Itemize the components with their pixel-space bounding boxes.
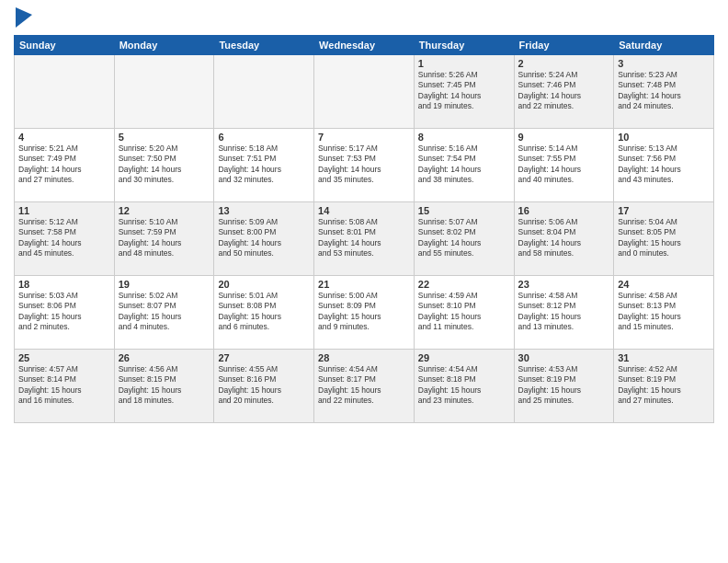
day-number: 16	[518, 205, 610, 216]
day-info: Sunrise: 4:58 AM Sunset: 8:13 PM Dayligh…	[618, 291, 710, 333]
day-info: Sunrise: 5:01 AM Sunset: 8:08 PM Dayligh…	[218, 291, 310, 333]
day-number: 26	[119, 352, 210, 363]
calendar-cell: 24Sunrise: 4:58 AM Sunset: 8:13 PM Dayli…	[614, 276, 714, 350]
calendar-cell: 10Sunrise: 5:13 AM Sunset: 7:56 PM Dayli…	[614, 129, 714, 202]
day-info: Sunrise: 4:53 AM Sunset: 8:19 PM Dayligh…	[518, 364, 610, 407]
day-number: 31	[618, 352, 710, 363]
day-number: 23	[518, 279, 610, 290]
calendar-cell: 25Sunrise: 4:57 AM Sunset: 8:14 PM Dayli…	[15, 350, 115, 423]
day-number: 5	[119, 132, 210, 143]
calendar-cell: 27Sunrise: 4:55 AM Sunset: 8:16 PM Dayli…	[214, 350, 314, 423]
day-number: 7	[318, 132, 410, 143]
calendar-cell: 20Sunrise: 5:01 AM Sunset: 8:08 PM Dayli…	[214, 276, 314, 350]
day-number: 29	[418, 352, 510, 363]
day-number: 18	[18, 279, 110, 290]
day-number: 21	[318, 279, 410, 290]
day-info: Sunrise: 5:21 AM Sunset: 7:49 PM Dayligh…	[18, 144, 110, 186]
svg-marker-0	[16, 7, 32, 28]
day-number: 9	[518, 132, 610, 143]
day-info: Sunrise: 4:57 AM Sunset: 8:14 PM Dayligh…	[18, 364, 110, 407]
day-number: 24	[618, 279, 710, 290]
calendar-cell: 23Sunrise: 4:58 AM Sunset: 8:12 PM Dayli…	[514, 276, 614, 350]
weekday-header: Tuesday	[214, 36, 314, 55]
calendar-cell: 17Sunrise: 5:04 AM Sunset: 8:05 PM Dayli…	[614, 202, 714, 276]
day-info: Sunrise: 5:12 AM Sunset: 7:58 PM Dayligh…	[18, 217, 110, 259]
calendar-week-row: 25Sunrise: 4:57 AM Sunset: 8:14 PM Dayli…	[15, 350, 714, 423]
calendar-week-row: 11Sunrise: 5:12 AM Sunset: 7:58 PM Dayli…	[15, 202, 714, 276]
calendar-cell	[214, 55, 314, 129]
day-info: Sunrise: 4:59 AM Sunset: 8:10 PM Dayligh…	[418, 291, 510, 333]
day-number: 1	[418, 58, 510, 69]
calendar-cell: 4Sunrise: 5:21 AM Sunset: 7:49 PM Daylig…	[15, 129, 115, 202]
day-info: Sunrise: 5:13 AM Sunset: 7:56 PM Dayligh…	[618, 144, 710, 186]
weekday-header: Friday	[514, 36, 614, 55]
day-info: Sunrise: 5:07 AM Sunset: 8:02 PM Dayligh…	[418, 217, 510, 259]
calendar-cell: 31Sunrise: 4:52 AM Sunset: 8:19 PM Dayli…	[614, 350, 714, 423]
day-number: 4	[18, 132, 110, 143]
day-info: Sunrise: 5:09 AM Sunset: 8:00 PM Dayligh…	[218, 217, 310, 259]
calendar-cell: 28Sunrise: 4:54 AM Sunset: 8:17 PM Dayli…	[314, 350, 415, 423]
day-number: 25	[18, 352, 110, 363]
logo-icon	[16, 7, 32, 28]
logo	[14, 9, 32, 28]
calendar-cell	[114, 55, 214, 129]
day-number: 13	[218, 205, 310, 216]
calendar-table: SundayMondayTuesdayWednesdayThursdayFrid…	[14, 35, 714, 423]
day-info: Sunrise: 5:06 AM Sunset: 8:04 PM Dayligh…	[518, 217, 610, 259]
day-number: 22	[418, 279, 510, 290]
day-info: Sunrise: 4:52 AM Sunset: 8:19 PM Dayligh…	[618, 364, 710, 407]
day-info: Sunrise: 5:08 AM Sunset: 8:01 PM Dayligh…	[318, 217, 410, 259]
day-info: Sunrise: 5:04 AM Sunset: 8:05 PM Dayligh…	[618, 217, 710, 259]
calendar-cell	[314, 55, 415, 129]
day-number: 10	[618, 132, 710, 143]
weekday-header: Monday	[114, 36, 214, 55]
day-info: Sunrise: 5:26 AM Sunset: 7:45 PM Dayligh…	[418, 70, 510, 112]
day-number: 2	[518, 58, 610, 69]
day-number: 15	[418, 205, 510, 216]
calendar-cell: 18Sunrise: 5:03 AM Sunset: 8:06 PM Dayli…	[15, 276, 115, 350]
day-info: Sunrise: 5:00 AM Sunset: 8:09 PM Dayligh…	[318, 291, 410, 333]
day-number: 19	[119, 279, 210, 290]
calendar-cell: 11Sunrise: 5:12 AM Sunset: 7:58 PM Dayli…	[15, 202, 115, 276]
calendar-cell: 1Sunrise: 5:26 AM Sunset: 7:45 PM Daylig…	[414, 55, 514, 129]
calendar-week-row: 1Sunrise: 5:26 AM Sunset: 7:45 PM Daylig…	[15, 55, 714, 129]
day-number: 6	[218, 132, 310, 143]
day-info: Sunrise: 4:58 AM Sunset: 8:12 PM Dayligh…	[518, 291, 610, 333]
day-number: 17	[618, 205, 710, 216]
day-info: Sunrise: 5:23 AM Sunset: 7:48 PM Dayligh…	[618, 70, 710, 112]
calendar-week-row: 4Sunrise: 5:21 AM Sunset: 7:49 PM Daylig…	[15, 129, 714, 202]
day-info: Sunrise: 5:02 AM Sunset: 8:07 PM Dayligh…	[119, 291, 210, 333]
weekday-header-row: SundayMondayTuesdayWednesdayThursdayFrid…	[15, 36, 714, 55]
day-number: 12	[119, 205, 210, 216]
day-info: Sunrise: 5:20 AM Sunset: 7:50 PM Dayligh…	[119, 144, 210, 186]
day-info: Sunrise: 5:14 AM Sunset: 7:55 PM Dayligh…	[518, 144, 610, 186]
calendar-cell: 19Sunrise: 5:02 AM Sunset: 8:07 PM Dayli…	[114, 276, 214, 350]
day-number: 27	[218, 352, 310, 363]
day-number: 3	[618, 58, 710, 69]
calendar-cell: 9Sunrise: 5:14 AM Sunset: 7:55 PM Daylig…	[514, 129, 614, 202]
day-number: 14	[318, 205, 410, 216]
day-info: Sunrise: 5:03 AM Sunset: 8:06 PM Dayligh…	[18, 291, 110, 333]
calendar-week-row: 18Sunrise: 5:03 AM Sunset: 8:06 PM Dayli…	[15, 276, 714, 350]
day-info: Sunrise: 5:16 AM Sunset: 7:54 PM Dayligh…	[418, 144, 510, 186]
calendar-cell: 22Sunrise: 4:59 AM Sunset: 8:10 PM Dayli…	[414, 276, 514, 350]
calendar-cell: 8Sunrise: 5:16 AM Sunset: 7:54 PM Daylig…	[414, 129, 514, 202]
day-info: Sunrise: 4:54 AM Sunset: 8:18 PM Dayligh…	[418, 364, 510, 407]
day-number: 11	[18, 205, 110, 216]
calendar-cell: 7Sunrise: 5:17 AM Sunset: 7:53 PM Daylig…	[314, 129, 415, 202]
calendar-cell: 3Sunrise: 5:23 AM Sunset: 7:48 PM Daylig…	[614, 55, 714, 129]
calendar-cell: 26Sunrise: 4:56 AM Sunset: 8:15 PM Dayli…	[114, 350, 214, 423]
calendar-cell: 21Sunrise: 5:00 AM Sunset: 8:09 PM Dayli…	[314, 276, 415, 350]
calendar-cell: 14Sunrise: 5:08 AM Sunset: 8:01 PM Dayli…	[314, 202, 415, 276]
calendar-cell: 5Sunrise: 5:20 AM Sunset: 7:50 PM Daylig…	[114, 129, 214, 202]
calendar-page: SundayMondayTuesdayWednesdayThursdayFrid…	[0, 0, 728, 563]
day-info: Sunrise: 5:17 AM Sunset: 7:53 PM Dayligh…	[318, 144, 410, 186]
weekday-header: Thursday	[414, 36, 514, 55]
day-info: Sunrise: 4:54 AM Sunset: 8:17 PM Dayligh…	[318, 364, 410, 407]
calendar-cell: 16Sunrise: 5:06 AM Sunset: 8:04 PM Dayli…	[514, 202, 614, 276]
calendar-cell: 15Sunrise: 5:07 AM Sunset: 8:02 PM Dayli…	[414, 202, 514, 276]
calendar-cell: 29Sunrise: 4:54 AM Sunset: 8:18 PM Dayli…	[414, 350, 514, 423]
calendar-cell: 12Sunrise: 5:10 AM Sunset: 7:59 PM Dayli…	[114, 202, 214, 276]
calendar-cell: 2Sunrise: 5:24 AM Sunset: 7:46 PM Daylig…	[514, 55, 614, 129]
day-info: Sunrise: 5:10 AM Sunset: 7:59 PM Dayligh…	[119, 217, 210, 259]
